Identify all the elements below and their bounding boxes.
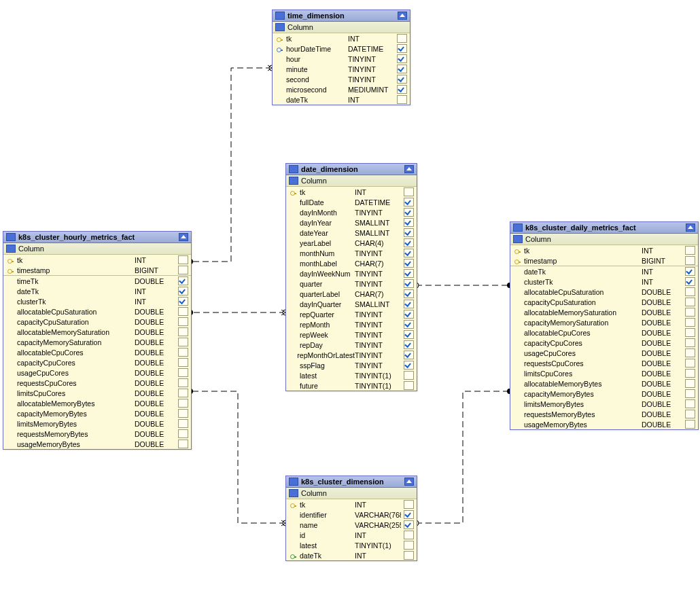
column-row[interactable]: timestampBIGINT: [3, 265, 191, 275]
column-row[interactable]: idINT: [286, 530, 417, 540]
entity-time_dimension[interactable]: time_dimensionColumntkINThourDateTimeDAT…: [272, 10, 410, 105]
not-null-checkbox[interactable]: [178, 317, 188, 326]
column-row[interactable]: hourTINYINT: [273, 54, 410, 64]
not-null-checkbox[interactable]: [404, 551, 414, 560]
column-row[interactable]: dateTkINT: [286, 550, 417, 560]
not-null-checkbox[interactable]: [404, 289, 414, 298]
not-null-checkbox[interactable]: [685, 256, 695, 265]
not-null-checkbox[interactable]: [685, 379, 695, 388]
column-row[interactable]: timestampBIGINT: [510, 255, 698, 266]
column-row[interactable]: capacityCpuCoresDOUBLE: [3, 357, 191, 368]
column-row[interactable]: allocatableMemorySaturationDOUBLE: [510, 307, 698, 317]
column-row[interactable]: limitsMemoryBytesDOUBLE: [510, 399, 698, 409]
column-row[interactable]: requestsMemoryBytesDOUBLE: [3, 429, 191, 439]
not-null-checkbox[interactable]: [685, 338, 695, 347]
not-null-checkbox[interactable]: [404, 340, 414, 349]
column-row[interactable]: allocatableCpuSaturationDOUBLE: [510, 287, 698, 297]
column-row[interactable]: limitsCpuCoresDOUBLE: [510, 368, 698, 378]
not-null-checkbox[interactable]: [404, 361, 414, 370]
entity-k8s_cluster_dimension[interactable]: k8s_cluster_dimensionColumntkINTidentifi…: [285, 476, 417, 561]
not-null-checkbox[interactable]: [685, 308, 695, 317]
not-null-checkbox[interactable]: [404, 500, 414, 509]
entity-date_dimension[interactable]: date_dimensionColumntkINTfullDateDATETIM…: [285, 163, 417, 391]
not-null-checkbox[interactable]: [178, 440, 188, 448]
not-null-checkbox[interactable]: [397, 95, 407, 104]
not-null-checkbox[interactable]: [404, 249, 414, 257]
column-row[interactable]: dayInMonthTINYINT: [286, 207, 417, 217]
entity-title[interactable]: time_dimension: [273, 10, 410, 22]
not-null-checkbox[interactable]: [404, 187, 414, 196]
column-row[interactable]: dateTkINT: [510, 266, 698, 276]
column-row[interactable]: allocatableCpuCoresDOUBLE: [3, 347, 191, 357]
not-null-checkbox[interactable]: [178, 348, 188, 357]
not-null-checkbox[interactable]: [685, 399, 695, 408]
column-row[interactable]: dayInWeekNumTINYINT: [286, 268, 417, 279]
column-row[interactable]: repDayTINYINT: [286, 340, 417, 350]
not-null-checkbox[interactable]: [685, 246, 695, 255]
not-null-checkbox[interactable]: [404, 300, 414, 308]
not-null-checkbox[interactable]: [178, 378, 188, 387]
not-null-checkbox[interactable]: [178, 266, 188, 274]
not-null-checkbox[interactable]: [685, 267, 695, 276]
entity-daily_fact[interactable]: k8s_cluster_daily_metrics_factColumntkIN…: [510, 221, 699, 430]
not-null-checkbox[interactable]: [397, 34, 407, 43]
column-row[interactable]: hourDateTimeDATETIME: [273, 43, 410, 54]
column-row[interactable]: clusterTkINT: [3, 296, 191, 306]
column-row[interactable]: repQuarterTINYINT: [286, 309, 417, 319]
not-null-checkbox[interactable]: [178, 358, 188, 367]
not-null-checkbox[interactable]: [178, 419, 188, 428]
collapse-icon[interactable]: [398, 12, 407, 20]
column-row[interactable]: tkINT: [286, 499, 417, 509]
column-row[interactable]: clusterTkINT: [510, 276, 698, 287]
entity-hourly_fact[interactable]: k8s_cluster_hourly_metrics_factColumntkI…: [3, 231, 192, 450]
not-null-checkbox[interactable]: [178, 399, 188, 408]
column-row[interactable]: capacityMemorySaturationDOUBLE: [3, 337, 191, 347]
not-null-checkbox[interactable]: [178, 389, 188, 397]
column-row[interactable]: dayInQuarterSMALLINT: [286, 299, 417, 309]
not-null-checkbox[interactable]: [685, 277, 695, 286]
not-null-checkbox[interactable]: [404, 279, 414, 288]
not-null-checkbox[interactable]: [397, 75, 407, 84]
entity-title[interactable]: k8s_cluster_dimension: [286, 476, 417, 488]
column-row[interactable]: usageCpuCoresDOUBLE: [3, 368, 191, 378]
column-row[interactable]: dayInYearSMALLINT: [286, 217, 417, 228]
column-row[interactable]: requestsCpuCoresDOUBLE: [510, 358, 698, 368]
column-row[interactable]: requestsCpuCoresDOUBLE: [3, 378, 191, 388]
not-null-checkbox[interactable]: [404, 259, 414, 268]
column-row[interactable]: capacityMemorySaturationDOUBLE: [510, 317, 698, 327]
column-row[interactable]: usageMemoryBytesDOUBLE: [510, 419, 698, 429]
not-null-checkbox[interactable]: [178, 297, 188, 306]
column-row[interactable]: quarterTINYINT: [286, 279, 417, 289]
not-null-checkbox[interactable]: [404, 351, 414, 359]
column-row[interactable]: identifierVARCHAR(768): [286, 509, 417, 520]
column-row[interactable]: dateYearSMALLINT: [286, 228, 417, 238]
column-row[interactable]: capacityCpuCoresDOUBLE: [510, 338, 698, 348]
column-row[interactable]: usageCpuCoresDOUBLE: [510, 348, 698, 358]
column-row[interactable]: allocatableMemoryBytesDOUBLE: [510, 378, 698, 389]
column-row[interactable]: allocatableCpuCoresDOUBLE: [510, 327, 698, 338]
collapse-icon[interactable]: [686, 223, 695, 232]
not-null-checkbox[interactable]: [404, 228, 414, 237]
not-null-checkbox[interactable]: [685, 359, 695, 368]
not-null-checkbox[interactable]: [685, 389, 695, 398]
column-row[interactable]: microsecondMEDIUMINT: [273, 84, 410, 94]
not-null-checkbox[interactable]: [685, 348, 695, 357]
not-null-checkbox[interactable]: [404, 381, 414, 390]
column-row[interactable]: capacityCpuSaturationDOUBLE: [3, 317, 191, 327]
column-row[interactable]: nameVARCHAR(255): [286, 520, 417, 530]
column-row[interactable]: capacityMemoryBytesDOUBLE: [3, 408, 191, 418]
not-null-checkbox[interactable]: [404, 371, 414, 380]
column-row[interactable]: monthLabelCHAR(7): [286, 258, 417, 268]
collapse-icon[interactable]: [179, 233, 188, 241]
entity-title[interactable]: date_dimension: [286, 164, 417, 175]
column-row[interactable]: tkINT: [286, 187, 417, 197]
not-null-checkbox[interactable]: [397, 85, 407, 94]
collapse-icon[interactable]: [404, 165, 414, 173]
not-null-checkbox[interactable]: [685, 328, 695, 337]
column-row[interactable]: tkINT: [273, 33, 410, 43]
not-null-checkbox[interactable]: [178, 276, 188, 285]
not-null-checkbox[interactable]: [404, 310, 414, 319]
column-row[interactable]: repMonthTINYINT: [286, 319, 417, 329]
collapse-icon[interactable]: [404, 478, 414, 486]
not-null-checkbox[interactable]: [178, 429, 188, 438]
